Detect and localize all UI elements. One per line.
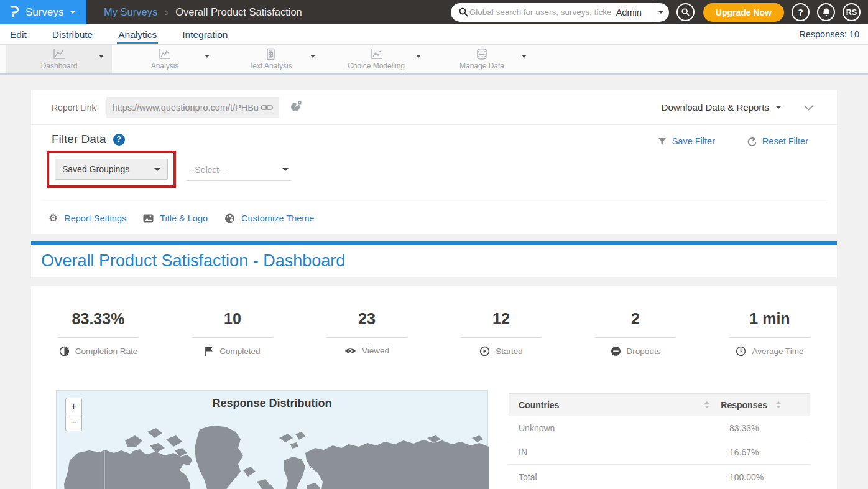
breadcrumb: My Surveys › Overall Product Satisfactio…	[104, 6, 302, 18]
report-link-field[interactable]: https://www.questionpro.com/t/PHBu	[106, 97, 279, 118]
report-link-label: Report Link	[52, 103, 96, 113]
notifications-button[interactable]	[817, 3, 835, 21]
collapse-panel-chevron[interactable]	[804, 102, 813, 113]
upgrade-now-button[interactable]: Upgrade Now	[703, 3, 784, 22]
dashboard-title-card: Overall Product Satisfaction - Dashboard	[31, 241, 837, 277]
sort-icon[interactable]	[704, 401, 709, 408]
responses-count: Responses: 10	[799, 29, 859, 39]
tab-dashboard[interactable]: Dashboard	[6, 45, 112, 73]
divider	[41, 203, 827, 203]
zoom-in-button[interactable]: +	[65, 398, 82, 414]
saved-groupings-select[interactable]: Saved Groupings	[55, 159, 168, 180]
line-chart-icon	[52, 48, 66, 60]
breadcrumb-separator: ›	[165, 7, 168, 17]
chevron-down-icon[interactable]	[522, 58, 527, 69]
questionpro-dashboard: Surveys My Surveys › Overall Product Sat…	[0, 0, 868, 489]
questionpro-logo	[9, 5, 19, 20]
completion-rate-icon	[59, 346, 70, 356]
chevron-down-icon	[70, 11, 76, 14]
bell-icon	[822, 7, 831, 17]
tab-text-analysis[interactable]: Text Analysis	[218, 45, 323, 73]
response-distribution-map[interactable]: + − Response Distribution	[56, 390, 488, 489]
palette-icon	[224, 213, 235, 223]
topbar-actions: Admin Upgrade Now ? RS	[451, 3, 868, 22]
customize-theme-link[interactable]: Customize Theme	[224, 213, 314, 223]
avatar[interactable]: RS	[843, 3, 861, 21]
countries-table-header: Countries Responses	[509, 393, 810, 416]
tab-manage-data[interactable]: Manage Data	[429, 45, 535, 73]
stat-completion-rate: 83.33% Completion Rate	[31, 310, 165, 356]
search-icon	[459, 7, 468, 17]
reset-filter-button[interactable]: Reset Filter	[747, 136, 808, 146]
countries-table: Countries Responses Unknown 83.33% IN 16…	[509, 393, 810, 489]
share-report-icon[interactable]	[290, 100, 302, 114]
zoom-out-button[interactable]: −	[65, 414, 82, 431]
stat-completed: 10 Completed	[165, 310, 300, 356]
global-search: Admin	[451, 3, 653, 22]
save-filter-button[interactable]: Save Filter	[658, 136, 715, 146]
stat-dropouts: 2 Dropouts	[568, 310, 703, 356]
chevron-down-icon	[282, 168, 289, 171]
search-button[interactable]	[676, 3, 695, 21]
report-url: https://www.questionpro.com/t/PHBu	[113, 103, 261, 113]
table-row: Total 100.00%	[509, 465, 810, 489]
chevron-down-icon[interactable]	[205, 58, 210, 69]
gear-icon: ⚙	[48, 213, 58, 223]
chevron-down-icon[interactable]	[99, 58, 104, 69]
help-button[interactable]: ?	[792, 3, 810, 21]
sort-icon[interactable]	[776, 401, 781, 408]
annotation-highlight: Saved Groupings	[47, 151, 176, 188]
download-data-reports[interactable]: Download Data & Reports	[662, 102, 782, 113]
chevron-down-icon[interactable]	[416, 58, 421, 69]
chevron-down-icon	[658, 11, 664, 14]
analysis-chart-icon	[158, 48, 172, 60]
tab-analysis[interactable]: Analysis	[112, 45, 218, 73]
play-circle-icon	[479, 346, 490, 356]
search-icon	[681, 8, 690, 16]
search-input[interactable]	[468, 7, 612, 17]
survey-nav: Edit Distribute Analytics Integration Re…	[0, 24, 868, 45]
funnel-icon	[658, 137, 667, 146]
stat-started: 12 Started	[434, 310, 568, 356]
map-title: Response Distribution	[57, 397, 487, 410]
image-icon	[143, 214, 154, 223]
breadcrumb-current-survey: Overall Product Satisfaction	[175, 6, 302, 18]
nav-analytics[interactable]: Analytics	[117, 26, 158, 44]
filter-criteria-select[interactable]: --Select--	[187, 159, 291, 181]
link-icon[interactable]	[261, 104, 273, 111]
page-title: Overall Product Satisfaction - Dashboard	[31, 244, 837, 271]
map-zoom-controls: + −	[65, 398, 82, 431]
filter-data-header: Filter Data ?	[52, 133, 125, 146]
dashboard-main-card: 83.33% Completion Rate 10 Completed 23	[31, 286, 837, 489]
refresh-icon	[747, 137, 757, 146]
tab-choice-modelling[interactable]: Choice Modelling	[323, 45, 429, 73]
nav-integration[interactable]: Integration	[181, 26, 229, 44]
flag-icon	[205, 346, 214, 356]
report-link-row: Report Link https://www.questionpro.com/…	[31, 90, 837, 125]
table-row: IN 16.67%	[509, 440, 810, 465]
nav-edit[interactable]: Edit	[9, 26, 28, 44]
text-analysis-icon	[264, 48, 277, 60]
stat-viewed: 23 Viewed	[300, 310, 434, 356]
search-scope[interactable]: Admin	[612, 7, 648, 17]
chevron-down-icon	[154, 168, 160, 171]
analytics-tabstrip: Dashboard Analysis Text Analysis Choice …	[0, 45, 868, 75]
title-logo-link[interactable]: Title & Logo	[143, 213, 208, 223]
report-tools-row: ⚙ Report Settings Title & Logo Customize…	[48, 213, 314, 223]
chevron-down-icon	[775, 106, 782, 109]
product-switcher[interactable]: Surveys	[0, 0, 86, 24]
choice-modelling-icon	[369, 48, 383, 60]
report-settings-link[interactable]: ⚙ Report Settings	[48, 213, 126, 223]
eye-icon	[344, 347, 356, 355]
top-bar: Surveys My Surveys › Overall Product Sat…	[0, 0, 868, 24]
chevron-down-icon[interactable]	[310, 58, 315, 69]
help-icon[interactable]: ?	[113, 134, 125, 146]
countries-column-header[interactable]: Countries	[519, 400, 704, 410]
filter-data-title: Filter Data	[52, 133, 106, 146]
database-icon	[475, 48, 489, 60]
nav-distribute[interactable]: Distribute	[51, 26, 94, 44]
breadcrumb-my-surveys[interactable]: My Surveys	[104, 6, 157, 18]
search-scope-dropdown[interactable]	[653, 3, 669, 22]
responses-column-header[interactable]: Responses	[721, 400, 767, 410]
clock-icon	[736, 346, 746, 356]
